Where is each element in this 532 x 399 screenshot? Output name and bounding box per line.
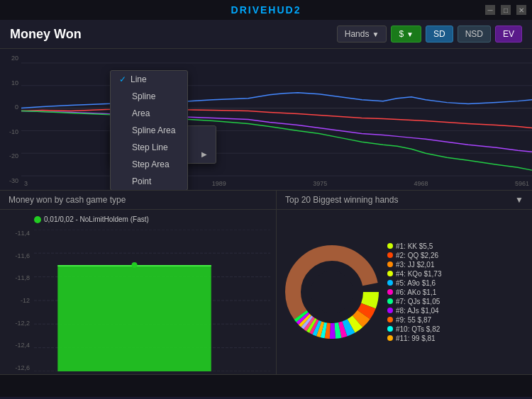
bar-legend-label: 0,01/0,02 - NoLimitHoldem (Fast) — [44, 215, 149, 223]
bottom-section: Money won by cash game type 0,01/0,02 - … — [0, 191, 532, 374]
bar-chart-svg — [34, 230, 270, 371]
bar-y-4: -12 — [3, 297, 30, 304]
header: Money Won Hands ▼ $ ▼ SD NSD EV — [0, 20, 532, 49]
bar-chart-area: 0,01/0,02 - NoLimitHoldem (Fast) -11,4 -… — [0, 210, 276, 374]
right-panel-title: Top 20 Biggest winning hands — [285, 195, 398, 205]
area-label: Area — [132, 108, 150, 118]
line-option[interactable]: ✓ Line — [111, 71, 187, 88]
legend-row-9: #9: 55 $,87 — [387, 316, 526, 324]
check-icon: ✓ — [119, 74, 126, 84]
bar-y-7: -12,6 — [3, 364, 30, 371]
legend-label-8: #8: AJs $1,04 — [396, 307, 439, 315]
right-panel-header: Top 20 Biggest winning hands ▼ — [277, 191, 532, 210]
logo-num: 2 — [294, 4, 301, 16]
arrow-right-icon: ▶ — [201, 150, 207, 158]
legend-row-8: #8: AJs $1,04 — [387, 307, 526, 315]
close-button[interactable]: ✕ — [516, 5, 526, 15]
x-axis-labels: 3 996 1989 3975 4968 5961 — [21, 180, 532, 187]
donut-center — [311, 271, 353, 313]
step-line-option[interactable]: Step Line — [111, 139, 187, 156]
legend-label-10: #10: QTs $,82 — [396, 325, 440, 333]
legend-color-4 — [387, 271, 393, 276]
app-logo: DRIVEHUD2 — [231, 4, 301, 16]
bar-y-5: -12,2 — [3, 320, 30, 327]
donut-chart — [282, 242, 382, 342]
x-label-5: 4968 — [414, 180, 428, 187]
legend-label-7: #7: QJs $1,05 — [396, 298, 440, 305]
nsd-button[interactable]: NSD — [458, 26, 491, 43]
bar-y-2: -11,6 — [3, 252, 30, 259]
right-panel: Top 20 Biggest winning hands ▼ — [277, 191, 532, 374]
chevron-down-icon: ▼ — [515, 195, 523, 205]
spline-area-label: Spline Area — [132, 125, 175, 135]
y-label-4: -10 — [1, 128, 18, 135]
legend-row-7: #7: QJs $1,05 — [387, 298, 526, 305]
legend-color-6 — [387, 289, 393, 295]
legend-color-1 — [387, 243, 393, 249]
left-panel-title: Money won by cash game type — [9, 195, 126, 205]
minimize-button[interactable]: ─ — [485, 5, 495, 15]
page-title: Money Won — [10, 27, 82, 42]
area-option[interactable]: Area — [111, 105, 187, 122]
point-option[interactable]: Point — [111, 173, 187, 190]
spline-area-option[interactable]: Spline Area — [111, 122, 187, 139]
left-panel-header: Money won by cash game type — [0, 191, 276, 210]
legend-label-3: #3: JJ $2,01 — [396, 261, 434, 269]
titlebar: DRIVEHUD2 ─ □ ✕ — [0, 0, 532, 20]
point-label: Point — [132, 176, 151, 186]
bar-y-3: -11,8 — [3, 274, 30, 281]
step-area-option[interactable]: Step Area — [111, 156, 187, 173]
header-controls: Hands ▼ $ ▼ SD NSD EV — [337, 26, 522, 43]
legend-color-3 — [387, 262, 393, 267]
right-panel-content: #1: KK $5,5 #2: QQ $2,26 #3: JJ $2,01 #4… — [277, 210, 532, 374]
legend-color-10 — [387, 326, 393, 332]
bar-legend: 0,01/0,02 - NoLimitHoldem (Fast) — [34, 215, 149, 223]
legend-label-1: #1: KK $5,5 — [396, 242, 433, 250]
left-panel: Money won by cash game type 0,01/0,02 - … — [0, 191, 277, 374]
y-label-1: 20 — [1, 55, 18, 62]
spline-label: Spline — [132, 91, 155, 101]
legend-label-9: #9: 55 $,87 — [396, 316, 431, 324]
y-label-6: -30 — [1, 177, 18, 184]
bar-y-6: -12,4 — [3, 342, 30, 349]
legend-row-6: #6: AKo $1,1 — [387, 288, 526, 296]
y-label-5: -20 — [1, 152, 18, 159]
hands-dropdown[interactable]: Hands ▼ — [337, 26, 387, 43]
legend-label-2: #2: QQ $2,26 — [396, 252, 438, 259]
y-label-2: 10 — [1, 79, 18, 86]
x-label-1: 3 — [24, 180, 28, 187]
legend-color-dot — [34, 216, 41, 223]
y-label-3: 0 — [1, 103, 18, 111]
legend-label-5: #5: A9o $1,6 — [396, 279, 436, 287]
legend-row-2: #2: QQ $2,26 — [387, 252, 526, 259]
x-label-4: 3975 — [313, 180, 327, 187]
legend-label-11: #11: 99 $,81 — [396, 335, 436, 342]
ev-button[interactable]: EV — [495, 26, 522, 43]
chart-svg — [0, 49, 532, 190]
legend-row-1: #1: KK $5,5 — [387, 242, 526, 250]
bottom-bar — [0, 374, 532, 397]
legend-color-8 — [387, 308, 393, 313]
dollar-dropdown[interactable]: $ ▼ — [391, 26, 421, 43]
legend-list: #1: KK $5,5 #2: QQ $2,26 #3: JJ $2,01 #4… — [387, 242, 526, 342]
chart-types-submenu: ✓ Line Spline Area Spline Area Step Line… — [110, 70, 188, 191]
bar-y-1: -11,4 — [3, 230, 30, 237]
step-area-label: Step Area — [132, 159, 170, 169]
legend-row-11: #11: 99 $,81 — [387, 335, 526, 342]
chevron-down-icon: ▼ — [406, 30, 414, 38]
spline-option[interactable]: Spline — [111, 88, 187, 105]
main-chart: 20 10 0 -10 -20 -30 3 996 1989 3975 4968… — [0, 49, 532, 191]
legend-row-4: #4: KQo $1,73 — [387, 270, 526, 278]
legend-label-6: #6: AKo $1,1 — [396, 288, 436, 296]
donut-svg — [282, 242, 382, 342]
line-label: Line — [131, 74, 147, 84]
legend-row-5: #5: A9o $1,6 — [387, 279, 526, 287]
step-line-label: Step Line — [132, 142, 168, 152]
maximize-button[interactable]: □ — [501, 5, 511, 15]
legend-color-5 — [387, 280, 393, 286]
sd-button[interactable]: SD — [426, 26, 453, 43]
legend-color-2 — [387, 252, 393, 258]
logo-text: DRIVEHUD — [231, 4, 294, 16]
main-bar — [57, 265, 211, 371]
legend-color-9 — [387, 317, 393, 322]
